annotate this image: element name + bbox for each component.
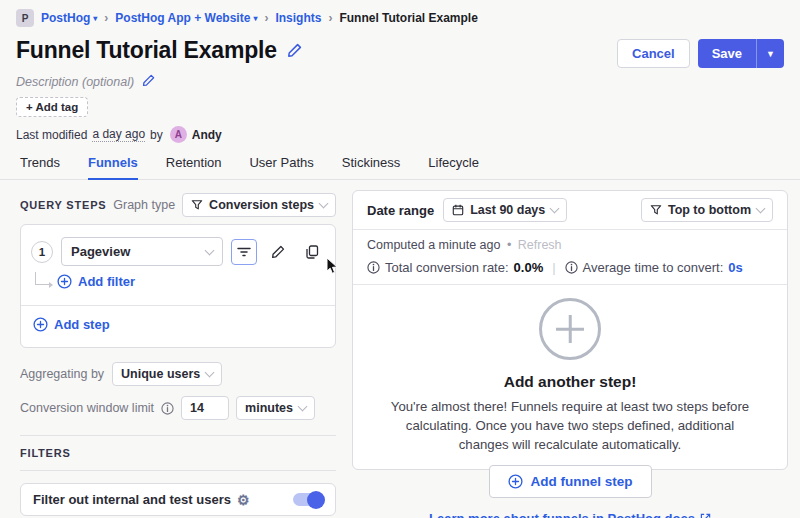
add-filter-label: Add filter (78, 274, 135, 289)
step-event-select[interactable]: Pageview (61, 237, 223, 266)
save-label[interactable]: Save (698, 39, 756, 68)
tab-retention[interactable]: Retention (166, 155, 222, 179)
chevron-down-icon (298, 402, 308, 412)
graph-type-dropdown[interactable]: Conversion steps (182, 193, 336, 217)
description-placeholder: Description (optional) (16, 75, 134, 89)
date-range-dropdown[interactable]: Last 90 days (443, 198, 567, 222)
step-order-value: Top to bottom (668, 203, 751, 217)
query-panel: QUERY STEPS Graph type Conversion steps … (20, 190, 336, 518)
last-modified: Last modified a day ago by A Andy (0, 117, 800, 143)
conversion-window-row: Conversion window limit minutes (20, 396, 336, 420)
date-range-value: Last 90 days (470, 203, 545, 217)
empty-state-body: You're almost there! Funnels require at … (379, 397, 761, 454)
breadcrumb-label: PostHog App + Website (115, 11, 250, 25)
total-conversion-label: Total conversion rate: (385, 260, 509, 275)
breadcrumb-separator: › (328, 11, 332, 25)
empty-state-title: Add another step! (504, 373, 637, 391)
chevron-down-icon (205, 368, 215, 378)
tab-trends[interactable]: Trends (20, 155, 60, 179)
caret-down-icon: ▾ (253, 14, 257, 23)
result-card: Date range Last 90 days Top to bottom (352, 190, 788, 470)
add-funnel-step-label: Add funnel step (531, 474, 633, 489)
breadcrumb-separator: › (104, 11, 108, 25)
step-order-dropdown[interactable]: Top to bottom (641, 198, 773, 222)
internal-users-toggle[interactable] (293, 493, 323, 506)
avg-time-stat: Average time to convert: 0s (565, 260, 743, 275)
modified-prefix: Last modified (16, 128, 87, 142)
description-row: Description (optional) (0, 68, 800, 89)
save-dropdown-caret-icon[interactable]: ▼ (756, 39, 784, 68)
tab-user-paths[interactable]: User Paths (249, 155, 313, 179)
breadcrumb-label: PostHog (41, 11, 90, 25)
tab-lifecycle[interactable]: Lifecycle (428, 155, 479, 179)
plus-circle-icon (508, 474, 523, 489)
aggregation-dropdown[interactable]: Unique users (112, 362, 222, 386)
results-panel: Date range Last 90 days Top to bottom (352, 190, 788, 470)
stats-row: Total conversion rate: 0.0% | Average ti… (353, 254, 787, 285)
conversion-window-input[interactable] (181, 396, 229, 420)
funnel-icon (650, 204, 662, 216)
breadcrumb: P PostHog ▾ › PostHog App + Website ▾ › … (0, 0, 800, 27)
add-funnel-step-button[interactable]: Add funnel step (489, 465, 652, 498)
step-row: 1 Pageview (21, 225, 335, 270)
caret-down-icon: ▾ (93, 14, 97, 23)
chevron-down-icon (319, 199, 329, 209)
funnel-docs-link[interactable]: Learn more about funnels in PostHog docs (429, 511, 711, 518)
step-copy-button[interactable] (299, 239, 325, 265)
add-tag-button[interactable]: + Add tag (16, 97, 88, 117)
author-avatar[interactable]: A (170, 126, 187, 143)
project-avatar[interactable]: P (16, 9, 34, 27)
info-icon (161, 402, 174, 415)
posthog-insight-page: P PostHog ▾ › PostHog App + Website ▾ › … (0, 0, 800, 518)
breadcrumb-insights[interactable]: Insights (275, 11, 321, 25)
aggregation-value: Unique users (121, 367, 200, 381)
filters-label: FILTERS (20, 447, 336, 459)
step-filter-button[interactable] (231, 239, 257, 265)
breadcrumb-current: Funnel Tutorial Example (339, 11, 477, 25)
conversion-window-unit-dropdown[interactable]: minutes (236, 396, 315, 420)
edit-description-icon[interactable] (142, 74, 157, 89)
refresh-button[interactable]: Refresh (518, 238, 562, 252)
divider (20, 470, 336, 471)
tab-funnels[interactable]: Funnels (88, 155, 138, 180)
breadcrumb-posthog[interactable]: PostHog ▾ (41, 11, 97, 25)
plus-circle-large-icon (539, 298, 601, 360)
toggle-knob (307, 491, 325, 509)
breadcrumb-project[interactable]: PostHog App + Website ▾ (115, 11, 257, 25)
dot-separator: • (507, 238, 511, 252)
internal-users-filter-label: Filter out internal and test users (33, 492, 231, 507)
cancel-button[interactable]: Cancel (617, 39, 690, 68)
query-steps-label: QUERY STEPS (20, 199, 106, 211)
conversion-window-label: Conversion window limit (20, 401, 154, 415)
save-button[interactable]: Save ▼ (698, 39, 784, 68)
plus-circle-icon (33, 317, 48, 332)
step-connector-icon (35, 272, 49, 285)
filter-icon (237, 246, 251, 258)
funnel-docs-link-label: Learn more about funnels in PostHog docs (429, 511, 695, 518)
plus-circle-icon (57, 274, 72, 289)
graph-type-label: Graph type (113, 198, 175, 212)
date-range-label: Date range (367, 203, 434, 218)
graph-type-value: Conversion steps (209, 198, 314, 212)
total-conversion-stat: Total conversion rate: 0.0% (367, 260, 543, 275)
title-row: Funnel Tutorial Example Cancel Save ▼ (0, 27, 800, 68)
divider (20, 435, 336, 436)
total-conversion-value: 0.0% (514, 260, 544, 275)
step-event-value: Pageview (71, 244, 130, 259)
add-filter-button[interactable]: Add filter (57, 274, 135, 289)
breadcrumb-label: Insights (275, 11, 321, 25)
tag-row: + Add tag (0, 89, 800, 117)
chevron-down-icon (205, 245, 215, 255)
author-name: Andy (192, 128, 222, 142)
add-step-button[interactable]: Add step (33, 317, 110, 332)
edit-title-icon[interactable] (287, 43, 302, 58)
add-filter-row: Add filter (21, 270, 335, 305)
gear-icon[interactable]: ⚙ (237, 493, 250, 507)
conversion-window-unit: minutes (245, 401, 293, 415)
empty-state: Add another step! You're almost there! F… (353, 285, 787, 518)
breadcrumb-separator: › (264, 11, 268, 25)
modified-by: by (150, 128, 163, 142)
step-edit-button[interactable] (265, 239, 291, 265)
computed-text: Computed a minute ago (367, 238, 500, 252)
tab-stickiness[interactable]: Stickiness (342, 155, 401, 179)
